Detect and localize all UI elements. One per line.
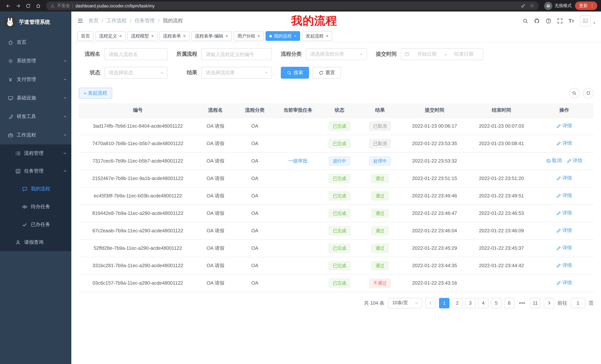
reset-button[interactable]: 重置	[313, 67, 341, 79]
cell-actions: 详情	[535, 204, 594, 222]
tab-launch-process[interactable]: 发起流程×	[302, 31, 332, 41]
tab-home[interactable]: 首页	[77, 31, 94, 41]
password-key-icon[interactable]	[521, 3, 526, 9]
browser-back-icon[interactable]	[4, 1, 13, 10]
breadcrumb-item[interactable]: 首页	[88, 18, 99, 24]
help-icon[interactable]	[546, 18, 551, 24]
tab-my-process[interactable]: 我的流程×	[266, 31, 300, 41]
detail-link[interactable]: 详情	[556, 245, 572, 251]
avatar-caret-icon[interactable]: ▾	[593, 21, 595, 25]
detail-link[interactable]: 详情	[556, 140, 572, 147]
browser-home-icon[interactable]	[34, 1, 43, 10]
sidebar-item-infra[interactable]: 基础设施	[0, 89, 71, 107]
sidebar-collapse-icon[interactable]	[77, 18, 83, 24]
detail-link[interactable]: 详情	[556, 227, 572, 234]
page-button-3[interactable]: 3	[465, 298, 475, 308]
tab-close-icon[interactable]: ×	[257, 33, 260, 38]
detail-link[interactable]: 详情	[556, 280, 572, 286]
search-button[interactable]: 搜索	[281, 67, 309, 79]
tab-user-group[interactable]: 用户分组×	[234, 31, 264, 41]
page-button-4[interactable]: 4	[478, 298, 489, 308]
detail-link[interactable]: 详情	[556, 175, 572, 182]
breadcrumb-item[interactable]: 任务管理	[135, 18, 155, 24]
date-range-picker[interactable]: 开始日期 - 结束日期	[401, 48, 483, 60]
sidebar-item-done-task[interactable]: 已办任务	[0, 216, 71, 233]
page-button-6[interactable]: 6	[504, 298, 514, 308]
cancel-link[interactable]: 取消	[546, 157, 562, 164]
cell-process-name: OA 请假	[197, 222, 234, 239]
sidebar-item-todo-task[interactable]: 待办任务	[0, 198, 71, 216]
detail-link[interactable]: 详情	[567, 157, 582, 164]
goto-page-input[interactable]	[571, 298, 585, 308]
sidebar-item-task-mgmt[interactable]: 任务管理	[0, 162, 71, 180]
result-select[interactable]: 请选择流结果	[201, 67, 272, 79]
sidebar-item-my-process[interactable]: 我的流程	[0, 180, 71, 198]
github-icon[interactable]	[534, 18, 540, 24]
sidebar-item-label: 任务管理	[24, 168, 43, 174]
browser-forward-icon[interactable]	[14, 1, 23, 10]
sidebar-item-leave-query[interactable]: 请假查询	[0, 233, 71, 251]
avatar[interactable]	[580, 15, 591, 26]
fullscreen-icon[interactable]	[557, 18, 563, 24]
process-name-input[interactable]	[104, 48, 168, 60]
sidebar-item-payment[interactable]: ¥ 支付管理	[0, 70, 71, 89]
tab-close-icon[interactable]: ×	[225, 33, 228, 38]
category-select[interactable]: 请选择流程分类	[306, 48, 367, 60]
tab-process-model[interactable]: 流程模型×	[127, 31, 158, 41]
tab-close-icon[interactable]: ×	[151, 33, 154, 38]
prev-page-button[interactable]	[425, 298, 436, 308]
cell-submit-time: 2022-01-22 23:44:35	[401, 257, 468, 274]
security-warning-label[interactable]: 不安全	[57, 3, 70, 9]
result-badge: 处理中	[369, 156, 391, 165]
next-page-button[interactable]	[544, 298, 554, 308]
browser-reload-icon[interactable]	[24, 1, 33, 10]
tab-close-icon[interactable]: ×	[294, 33, 296, 38]
page-button-5[interactable]: 5	[491, 298, 501, 308]
tab-process-definition[interactable]: 流程定义×	[95, 31, 126, 41]
page-button-1[interactable]: 1	[439, 298, 450, 308]
detail-link[interactable]: 详情	[556, 192, 572, 199]
sidebar-item-home[interactable]: 首页	[0, 33, 71, 52]
table-row: 7470a810-7b9b-11ec-b5b7-acde48001122OA 请…	[79, 135, 594, 152]
cell-category: OA	[234, 152, 276, 170]
cell-category: OA	[234, 187, 276, 204]
table-header-row: 编号流程名流程分类当前审批任务状态结果提交时间结束时间操作	[79, 103, 594, 117]
chevron-up-icon	[63, 169, 67, 173]
tab-close-icon[interactable]: ×	[326, 33, 328, 38]
table-row: ec45f38f-7b9a-11ec-b03b-acde48001122OA 请…	[79, 187, 594, 204]
detail-link[interactable]: 详情	[556, 210, 572, 217]
cell-category: OA	[234, 170, 276, 187]
tab-process-form-edit[interactable]: 流程表单-编辑×	[191, 31, 232, 41]
table-refresh-icon[interactable]	[583, 88, 594, 98]
status-select[interactable]: 请选择状态	[104, 67, 168, 79]
page-ellipsis[interactable]: •••	[517, 298, 527, 308]
table-search-toggle-icon[interactable]	[569, 88, 580, 98]
font-size-icon[interactable]: TT	[569, 18, 574, 24]
page-button-2[interactable]: 2	[452, 298, 462, 308]
launch-process-button[interactable]: + 发起流程	[79, 87, 112, 99]
sidebar-item-workflow[interactable]: 工作流程	[0, 126, 71, 144]
address-bar[interactable]: ⚠ 不安全 dashboard.yudao.iocoder.cn/bpm/tas…	[46, 1, 539, 10]
detail-link[interactable]: 详情	[556, 123, 572, 129]
search-icon[interactable]	[523, 18, 528, 24]
process-def-input[interactable]	[201, 48, 272, 60]
bookmark-star-icon[interactable]: ☆	[530, 3, 534, 9]
sidebar-item-process-mgmt[interactable]: 流程管理	[0, 144, 71, 162]
update-button[interactable]: 更新 ⋮	[575, 1, 597, 10]
url-text[interactable]: dashboard.yudao.iocoder.cn/bpm/task/my	[76, 3, 155, 8]
detail-link[interactable]: 详情	[556, 262, 572, 269]
table-row: 331bc281-7b9a-11ec-a290-acde48001122OA 请…	[79, 257, 594, 274]
current-task-link[interactable]: 一级审批	[288, 158, 308, 163]
breadcrumb-item[interactable]: 工作流程	[107, 18, 127, 24]
tab-close-icon[interactable]: ×	[119, 33, 122, 38]
page-button-11[interactable]: 11	[530, 298, 541, 308]
status-badge: 已完成	[329, 244, 350, 252]
page-size-select[interactable]: 10条/页	[388, 298, 422, 308]
sidebar-item-devtools[interactable]: 研发工具	[0, 107, 71, 126]
breadcrumb-item[interactable]: 我的流程	[163, 18, 183, 24]
tab-close-icon[interactable]: ×	[183, 33, 186, 38]
sidebar-item-system[interactable]: 系统管理	[0, 52, 71, 70]
browser-menu-icon[interactable]: ⋮	[590, 3, 594, 8]
cell-result: 已取消	[359, 117, 401, 135]
tab-process-form[interactable]: 流程表单×	[159, 31, 190, 41]
